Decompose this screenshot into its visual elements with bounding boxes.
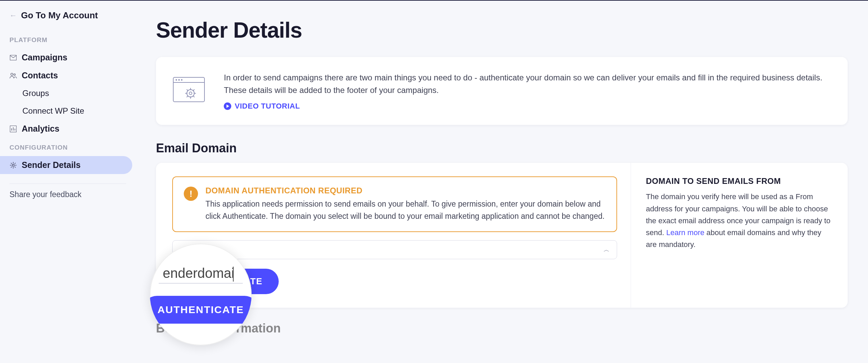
- alert-title: DOMAIN AUTHENTICATION REQUIRED: [205, 186, 606, 195]
- learn-more-link[interactable]: Learn more: [666, 228, 705, 237]
- domain-input[interactable]: [172, 240, 617, 259]
- share-feedback-link[interactable]: Share your feedback: [0, 190, 136, 199]
- play-icon: [224, 102, 231, 110]
- warning-icon: !: [184, 187, 198, 201]
- sidebar-item-label: Analytics: [22, 124, 59, 134]
- svg-point-9: [181, 79, 182, 80]
- svg-point-4: [12, 164, 14, 166]
- sidebar-item-connect-wp-site[interactable]: Connect WP Site: [0, 102, 132, 120]
- sidebar-item-groups[interactable]: Groups: [0, 84, 132, 102]
- video-tutorial-link[interactable]: VIDEO TUTORIAL: [224, 102, 300, 111]
- zoom-authenticate-button: AUTHENTICATE: [150, 296, 252, 324]
- email-domain-heading: Email Domain: [156, 141, 848, 155]
- sidebar-item-sender-details[interactable]: Sender Details: [0, 156, 132, 174]
- zoom-lens-overlay: enderdomai AUTHENTICATE: [150, 244, 252, 345]
- alert-body: This application needs permission to sen…: [205, 198, 606, 222]
- email-domain-card: ! DOMAIN AUTHENTICATION REQUIRED This ap…: [156, 163, 848, 307]
- business-info-heading: Business Information: [156, 321, 848, 336]
- main-content: Sender Details In order to send campaign…: [136, 1, 868, 363]
- domain-auth-alert: ! DOMAIN AUTHENTICATION REQUIRED This ap…: [172, 176, 617, 232]
- chart-icon: [9, 125, 17, 133]
- svg-point-2: [14, 74, 16, 75]
- sidebar-item-label: Connect WP Site: [22, 106, 84, 116]
- go-back-label: Go To My Account: [21, 10, 98, 21]
- sidebar-section-platform: PLATFORM: [0, 30, 136, 49]
- page-title: Sender Details: [156, 18, 848, 43]
- sidebar-divider: [9, 184, 126, 184]
- intro-text: In order to send campaigns there are two…: [224, 71, 831, 96]
- envelope-icon: [9, 54, 17, 61]
- sidebar: ← Go To My Account PLATFORM Campaigns Co…: [0, 1, 136, 363]
- sidebar-item-contacts[interactable]: Contacts: [0, 66, 132, 84]
- sidebar-item-campaigns[interactable]: Campaigns: [0, 49, 132, 66]
- sidebar-section-configuration: CONFIGURATION: [0, 138, 136, 156]
- go-to-my-account-link[interactable]: ← Go To My Account: [0, 10, 136, 30]
- sidebar-item-label: Contacts: [22, 71, 58, 80]
- people-icon: [9, 72, 17, 79]
- sidebar-item-label: Groups: [22, 89, 49, 98]
- chevron-up-icon[interactable]: ︿: [604, 246, 610, 254]
- intro-card: In order to send campaigns there are two…: [156, 57, 848, 125]
- svg-point-1: [11, 73, 13, 75]
- zoom-input-text: enderdomai: [163, 266, 234, 282]
- video-tutorial-label: VIDEO TUTORIAL: [235, 102, 300, 111]
- sidebar-item-label: Campaigns: [22, 53, 67, 62]
- sidebar-item-analytics[interactable]: Analytics: [0, 120, 132, 138]
- settings-window-icon: [172, 72, 208, 110]
- svg-rect-5: [173, 77, 204, 102]
- info-panel-title: DOMAIN TO SEND EMAILS FROM: [646, 176, 831, 186]
- svg-point-8: [178, 79, 180, 80]
- arrow-left-icon: ←: [9, 11, 17, 20]
- sidebar-item-label: Sender Details: [22, 160, 81, 170]
- gear-icon: [9, 161, 17, 169]
- svg-point-7: [176, 79, 177, 80]
- info-panel-body: The domain you verify here will be used …: [646, 191, 831, 250]
- svg-point-11: [189, 92, 192, 95]
